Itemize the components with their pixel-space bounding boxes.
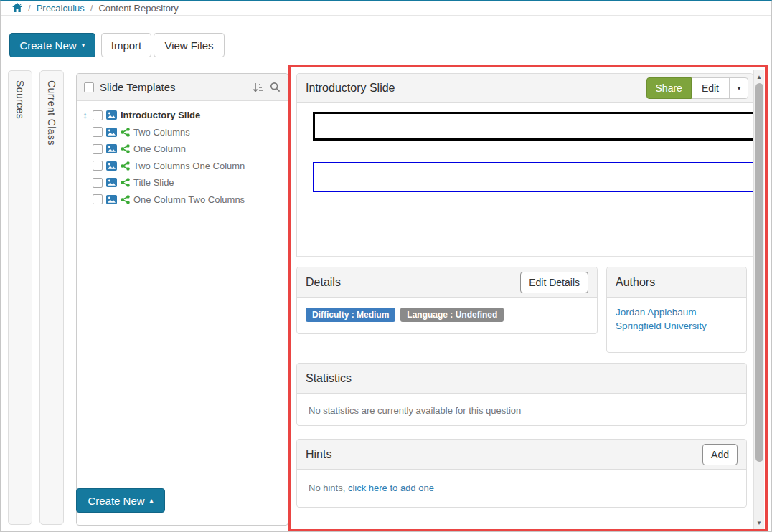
author-institution-link[interactable]: Springfield University xyxy=(616,319,738,333)
edit-dropdown-button[interactable]: ▾ xyxy=(730,77,748,99)
image-icon xyxy=(106,110,117,120)
tree-item-label[interactable]: Two Columns One Column xyxy=(133,161,245,171)
scroll-up-icon[interactable]: ▲ xyxy=(754,72,764,82)
image-icon xyxy=(106,178,117,187)
scrollbar-thumb[interactable] xyxy=(755,83,763,462)
row-checkbox[interactable] xyxy=(93,178,103,188)
image-icon xyxy=(106,144,117,153)
add-hint-link[interactable]: click here to add one xyxy=(348,483,434,493)
shared-icon xyxy=(121,161,130,171)
hints-title: Hints xyxy=(306,448,331,461)
create-new-label: Create New xyxy=(19,39,76,52)
tree-item-label[interactable]: One Column Two Columns xyxy=(133,194,245,205)
sidebar-tab-current-class[interactable]: Current Class xyxy=(39,70,64,525)
search-icon[interactable] xyxy=(270,82,281,92)
question-detail-region-highlighted: Introductory Slide Share Edit ▾ Details … xyxy=(288,65,768,532)
sort-icon[interactable] xyxy=(253,82,264,92)
tree-item-label[interactable]: Two Columns xyxy=(133,127,190,138)
tree-row-one-column-two-columns[interactable]: One Column Two Columns xyxy=(80,191,285,209)
home-icon[interactable] xyxy=(12,3,22,12)
caret-down-icon: ▾ xyxy=(82,42,85,49)
details-title: Details xyxy=(306,276,341,289)
breadcrumb-current-page: Content Repository xyxy=(98,3,178,14)
slide-templates-title: Slide Templates xyxy=(100,81,247,93)
shared-icon xyxy=(121,128,130,137)
breadcrumb-separator: / xyxy=(28,3,31,14)
import-button[interactable]: Import xyxy=(101,33,151,57)
tree-row-title-slide[interactable]: Title Slide xyxy=(80,174,285,191)
tree-row-introductory-slide[interactable]: ↕ Introductory Slide xyxy=(80,107,285,124)
view-files-button[interactable]: View Files xyxy=(154,33,225,57)
caret-up-icon: ▴ xyxy=(150,497,154,504)
breadcrumb-separator: / xyxy=(90,3,93,14)
row-checkbox[interactable] xyxy=(93,144,103,154)
shared-icon xyxy=(121,195,130,204)
tree-row-two-columns[interactable]: Two Columns xyxy=(80,124,285,141)
authors-panel: Authors Jordan Applebaum Springfield Uni… xyxy=(606,267,747,353)
vertical-scrollbar[interactable]: ▲ ▼ xyxy=(753,70,764,529)
slide-templates-header: Slide Templates xyxy=(77,74,288,101)
row-checkbox[interactable] xyxy=(93,110,103,120)
sources-tab-label: Sources xyxy=(14,80,26,119)
question-preview-panel: Introductory Slide Share Edit ▾ xyxy=(296,73,753,257)
shared-icon xyxy=(121,178,130,187)
details-panel: Details Edit Details Difficulty : Medium… xyxy=(296,267,598,334)
statistics-title: Statistics xyxy=(306,372,352,385)
create-new-bottom-label: Create New xyxy=(88,495,144,507)
authors-header: Authors xyxy=(607,267,746,298)
question-actions: Share Edit ▾ xyxy=(646,77,748,99)
hints-header: Hints Add xyxy=(297,440,746,470)
row-checkbox[interactable] xyxy=(93,194,103,204)
select-all-checkbox[interactable] xyxy=(84,82,94,92)
tree-item-label[interactable]: Title Slide xyxy=(133,177,174,188)
sidebar-tab-sources[interactable]: Sources xyxy=(8,70,32,525)
scroll-down-icon[interactable]: ▼ xyxy=(754,518,764,528)
image-icon xyxy=(106,161,117,171)
import-label: Import xyxy=(111,39,142,52)
share-button[interactable]: Share xyxy=(646,77,692,99)
tree-row-one-column[interactable]: One Column xyxy=(80,141,285,158)
move-handle-icon[interactable]: ↕ xyxy=(81,110,89,120)
language-badge: Language : Undefined xyxy=(400,308,504,322)
edit-button[interactable]: Edit xyxy=(692,77,730,99)
slide-title-placeholder-box xyxy=(313,112,753,141)
statistics-empty-text: No statistics are currently available fo… xyxy=(297,394,746,427)
statistics-header: Statistics xyxy=(297,364,746,394)
row-checkbox[interactable] xyxy=(93,127,103,137)
hints-panel: Hints Add No hints, click here to add on… xyxy=(296,439,747,508)
authors-body: Jordan Applebaum Springfield University xyxy=(607,298,746,341)
tree-item-label[interactable]: One Column xyxy=(133,143,186,154)
add-hint-button[interactable]: Add xyxy=(702,444,738,465)
author-link[interactable]: Jordan Applebaum xyxy=(616,305,738,319)
breadcrumb-course-link[interactable]: Precalculus xyxy=(37,3,85,14)
row-checkbox[interactable] xyxy=(93,161,103,171)
view-files-label: View Files xyxy=(164,39,213,52)
difficulty-badge: Difficulty : Medium xyxy=(306,308,395,322)
caret-down-icon: ▾ xyxy=(737,85,740,92)
slide-content-placeholder-box xyxy=(313,162,753,192)
hints-body: No hints, click here to add one xyxy=(297,470,746,506)
details-header: Details Edit Details xyxy=(297,267,597,298)
hints-empty-text: No hints, xyxy=(309,483,348,493)
tree-item-label[interactable]: Introductory Slide xyxy=(121,110,200,120)
breadcrumb: / Precalculus / Content Repository xyxy=(1,1,771,16)
create-new-button[interactable]: Create New ▾ xyxy=(9,33,95,57)
slide-templates-tree: ↕ Introductory Slide Two Columns xyxy=(77,101,288,214)
tree-row-two-columns-one-column[interactable]: Two Columns One Column xyxy=(80,158,285,175)
question-header: Introductory Slide Share Edit ▾ xyxy=(297,74,753,103)
current-class-tab-label: Current Class xyxy=(46,80,57,146)
image-icon xyxy=(106,128,117,137)
details-body: Difficulty : Medium Language : Undefined xyxy=(297,298,597,332)
edit-details-button[interactable]: Edit Details xyxy=(520,272,588,293)
create-new-bottom-button[interactable]: Create New ▴ xyxy=(76,488,165,513)
shared-icon xyxy=(121,144,130,153)
image-icon xyxy=(106,195,117,204)
slide-templates-panel: Slide Templates ↕ Introductory xyxy=(76,73,288,526)
details-authors-row: Details Edit Details Difficulty : Medium… xyxy=(296,267,747,353)
authors-title: Authors xyxy=(616,276,655,289)
content-repository-page: / Precalculus / Content Repository Creat… xyxy=(0,0,772,532)
slide-preview xyxy=(297,103,753,257)
statistics-panel: Statistics No statistics are currently a… xyxy=(296,363,747,426)
question-title: Introductory Slide xyxy=(306,82,646,95)
